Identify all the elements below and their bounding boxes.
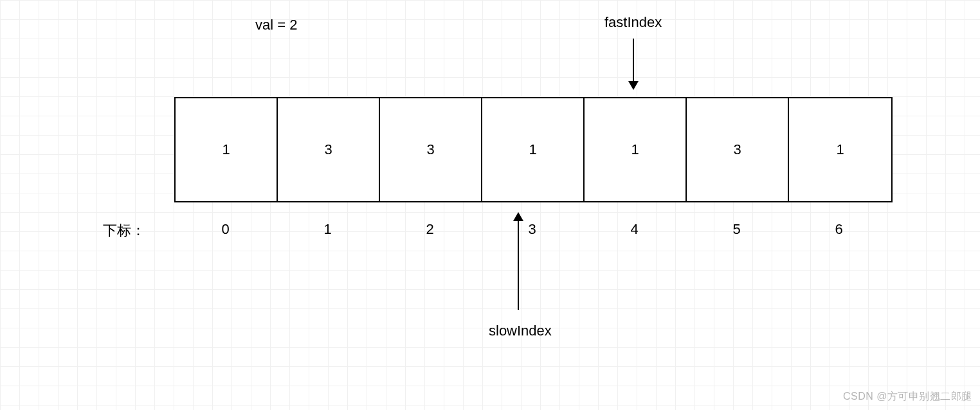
index-row-label: 下标： — [103, 221, 145, 240]
array-cell: 1 — [176, 98, 278, 201]
fast-index-label: fastIndex — [604, 14, 662, 31]
index-value: 6 — [788, 221, 890, 238]
diagram-content: val = 2 fastIndex 1 3 3 1 1 3 1 下标： 0 1 … — [0, 0, 980, 410]
array-cell: 1 — [585, 98, 687, 201]
index-value: 1 — [277, 221, 379, 238]
array-cell: 1 — [789, 98, 891, 201]
index-value: 4 — [583, 221, 685, 238]
array-cell: 3 — [687, 98, 789, 201]
val-label: val = 2 — [255, 17, 297, 33]
slow-index-label: slowIndex — [489, 323, 552, 339]
index-value: 0 — [174, 221, 277, 238]
array-cell: 3 — [380, 98, 482, 201]
watermark: CSDN @方可申别翘二郎腿 — [843, 390, 972, 404]
array-cell: 1 — [482, 98, 585, 201]
index-value: 2 — [379, 221, 481, 238]
index-row: 0 1 2 3 4 5 6 — [174, 221, 890, 238]
index-value: 5 — [685, 221, 788, 238]
index-value: 3 — [481, 221, 583, 238]
array-cell: 3 — [278, 98, 380, 201]
slow-index-arrow-icon — [518, 213, 519, 310]
fast-index-arrow-icon — [633, 39, 634, 89]
array-row: 1 3 3 1 1 3 1 — [174, 97, 893, 202]
